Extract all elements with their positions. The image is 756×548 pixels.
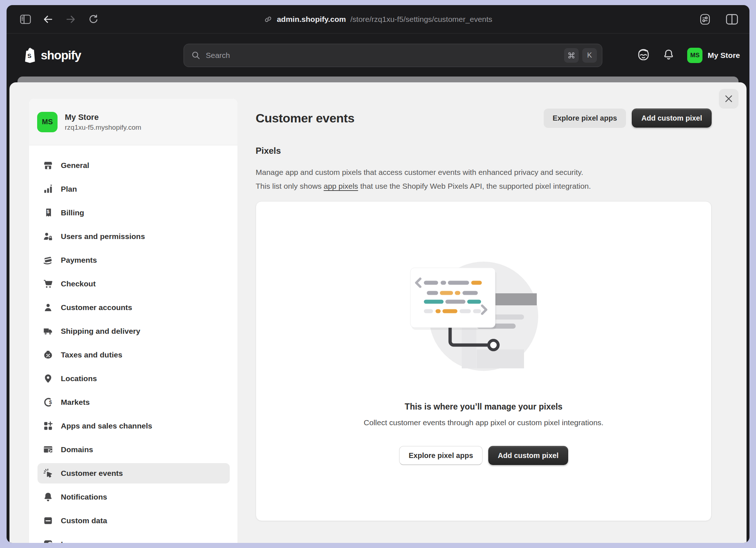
back-button-icon[interactable] <box>40 11 56 27</box>
forward-button-icon[interactable] <box>63 11 79 27</box>
plan-icon <box>43 184 54 195</box>
app-pixels-link[interactable]: app pixels <box>324 182 358 190</box>
taxes-icon <box>43 349 54 360</box>
page-header: Customer events Explore pixel apps Add c… <box>256 109 712 128</box>
empty-state-heading: This is where you’ll manage your pixels <box>405 402 562 412</box>
sidebar-store-domain: rzq1xu-f5.myshopify.com <box>65 124 141 132</box>
customer-accounts-icon <box>43 302 54 313</box>
sidebar-item-label: Markets <box>61 398 90 407</box>
sidebar-item-label: Locations <box>61 374 97 383</box>
sidebar-item-payments[interactable]: Payments <box>38 250 230 270</box>
sidebar-item-label: General <box>61 161 89 170</box>
billing-icon: $ <box>43 207 54 218</box>
settings-nav: General Plan $ Billing Users and permiss… <box>29 145 237 543</box>
sidebar-item-general[interactable]: General <box>38 155 230 176</box>
k-key-badge: K <box>582 48 597 63</box>
pixels-illustration <box>407 260 560 373</box>
sidebar-item-label: Payments <box>61 256 97 265</box>
sidebar-item-locations[interactable]: Locations <box>38 368 230 389</box>
sidebar-item-custom-data[interactable]: Custom data <box>38 510 230 531</box>
customer-events-icon <box>43 468 54 479</box>
description-post-link: that use the Shopify Web Pixels API, the… <box>358 182 591 190</box>
sidebar-item-label: Checkout <box>61 279 96 288</box>
link-icon <box>264 15 272 24</box>
svg-text:A: A <box>45 542 48 543</box>
svg-text:$: $ <box>49 399 52 405</box>
customer-events-content: Customer events Explore pixel apps Add c… <box>256 82 712 521</box>
url-path: /store/rzq1xu-f5/settings/customer_event… <box>350 15 492 24</box>
shopify-logo: S shopify <box>23 47 81 64</box>
description-line-2: This list only shows app pixels that use… <box>256 179 712 193</box>
sidebar-item-markets[interactable]: $ Markets <box>38 392 230 412</box>
search-placeholder: Search <box>206 51 560 60</box>
shopify-bag-icon: S <box>23 47 37 64</box>
explore-pixel-apps-button[interactable]: Explore pixel apps <box>544 109 626 128</box>
explore-pixel-apps-button-card[interactable]: Explore pixel apps <box>399 446 483 465</box>
pixels-section-title: Pixels <box>256 146 712 156</box>
sidebar-toggle-icon[interactable] <box>17 11 34 27</box>
shopify-topbar: S shopify Search K <box>7 34 749 77</box>
search-icon <box>191 51 201 60</box>
close-button[interactable] <box>719 89 739 109</box>
settings-modal: MS My Store rzq1xu-f5.myshopify.com Gene… <box>9 82 747 543</box>
reload-icon[interactable] <box>85 11 101 27</box>
page-settings-icon[interactable] <box>697 11 713 27</box>
empty-state-subtext: Collect customer events through app pixe… <box>364 418 603 427</box>
sidebar-item-label: Domains <box>61 445 93 454</box>
sidebar-item-label: Billing <box>61 208 84 217</box>
sidebar-item-apps-sales-channels[interactable]: Apps and sales channels <box>38 416 230 436</box>
checkout-cart-icon <box>43 278 54 289</box>
custom-data-icon <box>43 515 54 526</box>
add-custom-pixel-button-card[interactable]: Add custom pixel <box>488 446 568 465</box>
pixels-empty-state-card: This is where you’ll manage your pixels … <box>256 201 712 521</box>
languages-icon: A <box>43 539 54 543</box>
sidebar-item-label: Customer events <box>61 469 123 478</box>
sidebar-item-label: Languages <box>61 540 101 543</box>
shopify-wordmark: shopify <box>41 48 81 62</box>
command-key-icon <box>564 48 579 63</box>
sidebar-item-domains[interactable]: Domains <box>38 439 230 460</box>
store-menu[interactable]: MS My Store <box>687 48 740 63</box>
sidebar-item-languages[interactable]: A Languages <box>38 534 230 543</box>
sidebar-item-billing[interactable]: $ Billing <box>38 203 230 223</box>
settings-sidebar: MS My Store rzq1xu-f5.myshopify.com Gene… <box>29 99 237 543</box>
sidebar-item-customer-accounts[interactable]: Customer accounts <box>38 297 230 318</box>
browser-toolbar: admin.shopify.com/store/rzq1xu-f5/settin… <box>7 5 749 34</box>
page-title: Customer events <box>256 111 354 125</box>
markets-globe-icon: $ <box>43 397 54 408</box>
sidebar-item-label: Customer accounts <box>61 303 132 312</box>
search-input[interactable]: Search K <box>184 44 602 67</box>
extension-avatar-icon[interactable] <box>637 48 650 63</box>
sidebar-item-checkout[interactable]: Checkout <box>38 274 230 294</box>
sidebar-item-plan[interactable]: Plan <box>38 179 230 199</box>
url-bar[interactable]: admin.shopify.com/store/rzq1xu-f5/settin… <box>264 5 492 34</box>
sidebar-item-shipping[interactable]: Shipping and delivery <box>38 321 230 341</box>
sidebar-item-customer-events[interactable]: Customer events <box>38 463 230 484</box>
sidebar-store-avatar: MS <box>37 112 58 132</box>
store-icon <box>43 160 54 171</box>
description-line-1: Manage app and custom pixels that access… <box>256 165 712 179</box>
notifications-bell-icon[interactable] <box>662 48 675 62</box>
store-name-label: My Store <box>708 51 740 60</box>
sidebar-item-label: Users and permissions <box>61 232 145 241</box>
sidebar-item-label: Custom data <box>61 516 107 525</box>
add-custom-pixel-button[interactable]: Add custom pixel <box>632 109 712 128</box>
browser-window: admin.shopify.com/store/rzq1xu-f5/settin… <box>7 5 749 543</box>
apps-grid-icon <box>43 420 54 431</box>
store-avatar: MS <box>687 48 702 63</box>
sidebar-store-name: My Store <box>65 113 141 122</box>
sidebar-item-label: Notifications <box>61 493 107 501</box>
sidebar-item-notifications[interactable]: Notifications <box>38 487 230 507</box>
users-icon <box>43 231 54 242</box>
sidebar-item-label: Shipping and delivery <box>61 327 140 336</box>
sidebar-item-label: Plan <box>61 185 77 193</box>
split-view-icon[interactable] <box>724 11 740 27</box>
empty-state-actions: Explore pixel apps Add custom pixel <box>399 446 568 465</box>
locations-pin-icon <box>43 373 54 384</box>
svg-text:S: S <box>27 52 32 59</box>
domains-icon <box>43 444 54 455</box>
sidebar-item-users-permissions[interactable]: Users and permissions <box>38 226 230 247</box>
sidebar-item-taxes[interactable]: Taxes and duties <box>38 345 230 365</box>
svg-text:$: $ <box>47 209 49 214</box>
sidebar-item-label: Taxes and duties <box>61 351 122 359</box>
